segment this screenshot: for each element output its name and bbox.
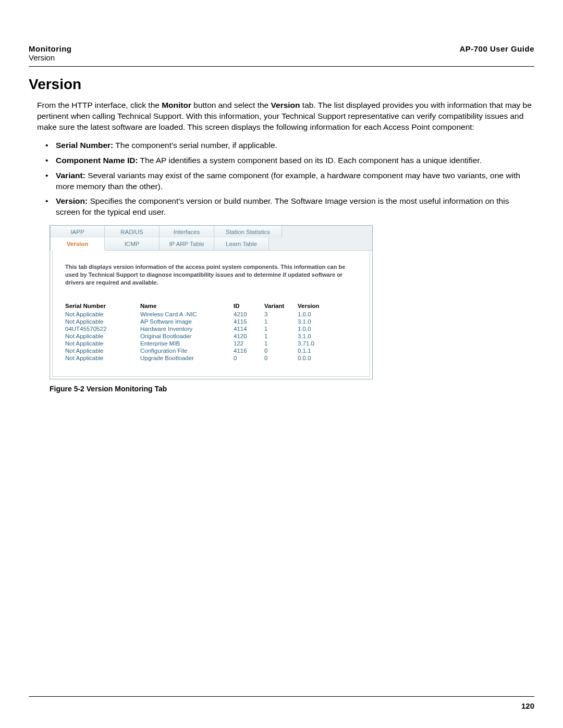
cell-id: 4114 bbox=[234, 326, 262, 332]
bullet-item: Serial Number: The component's serial nu… bbox=[45, 140, 534, 151]
panel-description: This tab displays version information of… bbox=[65, 263, 357, 287]
bullet-item: Component Name ID: The AP identifies a s… bbox=[45, 155, 534, 166]
table-row: 04UT45570522 Hardware Inventory 4114 1 1… bbox=[65, 325, 357, 332]
table-header-row: Serial Number Name ID Variant Version bbox=[65, 302, 357, 310]
header-section: Monitoring bbox=[29, 44, 71, 53]
header-divider bbox=[29, 66, 534, 67]
table-row: Not Applicable Configuration File 4116 0… bbox=[65, 347, 357, 354]
table-row: Not Applicable Enterprise MIB 122 1 3.71… bbox=[65, 340, 357, 347]
cell-id: 122 bbox=[234, 340, 262, 347]
bullet-label: Serial Number: bbox=[56, 141, 113, 150]
cell-variant: 0 bbox=[264, 355, 296, 361]
cell-name: Original Bootloader bbox=[140, 333, 231, 339]
tab-icmp[interactable]: ICMP bbox=[105, 238, 160, 250]
cell-serial: Not Applicable bbox=[65, 333, 138, 339]
cell-version: 1.0.0 bbox=[298, 326, 332, 332]
tab-learn-table[interactable]: Learn Table bbox=[214, 238, 269, 250]
page-header: Monitoring Version AP-700 User Guide bbox=[29, 44, 534, 62]
cell-serial: Not Applicable bbox=[65, 340, 138, 347]
bullet-item: Variant: Several variants may exist of t… bbox=[45, 170, 534, 192]
bullet-label: Version: bbox=[56, 196, 88, 205]
intro-bold-version: Version bbox=[271, 101, 300, 109]
cell-variant: 1 bbox=[264, 326, 296, 332]
cell-id: 4120 bbox=[234, 333, 262, 339]
bullet-text: Specifies the component's version or bui… bbox=[56, 196, 509, 216]
cell-serial: 04UT45570522 bbox=[65, 326, 138, 332]
table-row: Not Applicable Original Bootloader 4120 … bbox=[65, 332, 357, 340]
monitor-window: IAPP RADIUS Interfaces Station Statistic… bbox=[50, 225, 373, 379]
cell-id: 0 bbox=[234, 355, 262, 361]
bullet-label: Component Name ID: bbox=[56, 156, 138, 165]
tab-ip-arp-table[interactable]: IP ARP Table bbox=[160, 238, 214, 250]
table-row: Not Applicable AP Software Image 4115 1 … bbox=[65, 318, 357, 325]
cell-variant: 1 bbox=[264, 333, 296, 339]
cell-version: 0.0.0 bbox=[298, 355, 332, 361]
tab-version[interactable]: Version bbox=[50, 238, 105, 251]
col-name: Name bbox=[140, 303, 231, 309]
bullet-list: Serial Number: The component's serial nu… bbox=[45, 140, 534, 218]
tab-panel: This tab displays version information of… bbox=[52, 251, 370, 377]
intro-bold-monitor: Monitor bbox=[162, 101, 191, 109]
cell-version: 3.1.0 bbox=[298, 318, 332, 325]
tab-iapp[interactable]: IAPP bbox=[50, 226, 105, 238]
tab-row-bottom: Version ICMP IP ARP Table Learn Table bbox=[50, 238, 372, 251]
cell-variant: 3 bbox=[264, 311, 296, 317]
cell-variant: 1 bbox=[264, 340, 296, 347]
figure-caption: Figure 5-2 Version Monitoring Tab bbox=[50, 385, 534, 393]
section-title: Version bbox=[29, 76, 534, 93]
cell-name: Configuration File bbox=[140, 348, 231, 354]
cell-id: 4116 bbox=[234, 348, 262, 354]
col-serial: Serial Number bbox=[65, 303, 138, 309]
tab-radius[interactable]: RADIUS bbox=[105, 226, 160, 238]
col-variant: Variant bbox=[264, 303, 296, 309]
cell-name: AP Software Image bbox=[140, 318, 231, 325]
col-id: ID bbox=[234, 303, 262, 309]
tab-interfaces[interactable]: Interfaces bbox=[160, 226, 214, 238]
cell-name: Enterprise MIB bbox=[140, 340, 231, 347]
table-row: Not Applicable Wireless Card A -NIC 4210… bbox=[65, 311, 357, 318]
cell-version: 1.0.0 bbox=[298, 311, 332, 317]
header-left: Monitoring Version bbox=[29, 44, 71, 62]
cell-serial: Not Applicable bbox=[65, 318, 138, 325]
bullet-text: Several variants may exist of the same c… bbox=[56, 171, 520, 191]
cell-serial: Not Applicable bbox=[65, 311, 138, 317]
cell-variant: 0 bbox=[264, 348, 296, 354]
cell-version: 3.71.0 bbox=[298, 340, 332, 347]
bullet-item: Version: Specifies the component's versi… bbox=[45, 196, 534, 218]
cell-serial: Not Applicable bbox=[65, 348, 138, 354]
intro-text: From the HTTP interface, click the bbox=[37, 101, 162, 109]
figure-screenshot: IAPP RADIUS Interfaces Station Statistic… bbox=[50, 225, 534, 379]
intro-paragraph: From the HTTP interface, click the Monit… bbox=[37, 100, 534, 133]
bullet-text: The AP identifies a system component bas… bbox=[138, 156, 482, 165]
col-version: Version bbox=[298, 303, 332, 309]
cell-version: 3.1.0 bbox=[298, 333, 332, 339]
cell-name: Wireless Card A -NIC bbox=[140, 311, 231, 317]
header-subsection: Version bbox=[29, 53, 71, 62]
intro-text: button and select the bbox=[191, 101, 271, 109]
cell-name: Hardware Inventory bbox=[140, 326, 231, 332]
cell-version: 0.1.1 bbox=[298, 348, 332, 354]
tab-station-statistics[interactable]: Station Statistics bbox=[214, 226, 282, 238]
bullet-text: The component's serial number, if applic… bbox=[113, 141, 277, 150]
cell-serial: Not Applicable bbox=[65, 355, 138, 361]
page-number: 120 bbox=[521, 701, 534, 710]
tab-row-top: IAPP RADIUS Interfaces Station Statistic… bbox=[50, 226, 372, 238]
cell-name: Upgrade Bootloader bbox=[140, 355, 231, 361]
bullet-label: Variant: bbox=[56, 171, 85, 180]
header-guide: AP-700 User Guide bbox=[459, 44, 534, 53]
table-row: Not Applicable Upgrade Bootloader 0 0 0.… bbox=[65, 354, 357, 362]
cell-variant: 1 bbox=[264, 318, 296, 325]
cell-id: 4210 bbox=[234, 311, 262, 317]
version-table: Serial Number Name ID Variant Version No… bbox=[65, 302, 357, 362]
footer-divider bbox=[29, 696, 534, 697]
cell-id: 4115 bbox=[234, 318, 262, 325]
